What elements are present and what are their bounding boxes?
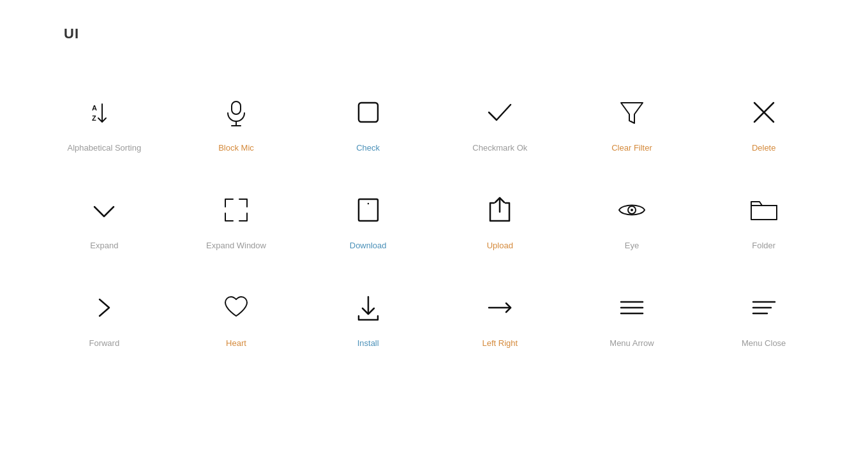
forward-label: Forward [89,338,119,348]
install-icon [349,289,387,327]
icon-cell-menu-arrow[interactable]: Menu Arrow [566,263,698,361]
clear-filter-label: Clear Filter [611,143,652,153]
icon-cell-check[interactable]: Check [302,68,434,165]
folder-icon [745,191,783,229]
folder-label: Folder [752,241,775,250]
svg-rect-6 [359,103,378,122]
icon-cell-left-right[interactable]: Left Right [434,263,566,361]
expand-icon [85,191,123,229]
icon-cell-checkmark-ok[interactable]: Checkmark Ok [434,68,566,165]
check-label: Check [356,143,380,153]
upload-label: Upload [487,241,513,250]
icon-grid: A Z Alphabetical Sorting Block Mic Check [0,55,868,373]
page-title: UI [0,0,868,55]
icon-cell-heart[interactable]: Heart [170,263,303,361]
upload-icon [481,191,519,229]
forward-icon [85,289,123,327]
expand-window-label: Expand Window [206,241,266,250]
delete-label: Delete [752,143,776,153]
block-mic-label: Block Mic [218,143,254,153]
checkmark-ok-icon [481,93,519,131]
icon-cell-clear-filter[interactable]: Clear Filter [566,68,698,165]
svg-rect-3 [232,101,241,114]
install-label: Install [357,338,379,348]
icon-cell-eye[interactable]: Eye [566,165,698,263]
alphabetical-sorting-icon: A Z [85,93,123,131]
icon-cell-alphabetical-sorting[interactable]: A Z Alphabetical Sorting [38,68,170,165]
alphabetical-sorting-label: Alphabetical Sorting [68,143,142,153]
icon-cell-install[interactable]: Install [302,263,434,361]
svg-marker-7 [621,103,643,123]
icon-cell-delete[interactable]: Delete [698,68,830,165]
icon-cell-menu-close[interactable]: Menu Close [698,263,830,361]
delete-icon [745,93,783,131]
clear-filter-icon [613,93,651,131]
block-mic-icon [217,93,255,131]
expand-window-icon [217,191,255,229]
icon-cell-folder[interactable]: Folder [698,165,830,263]
expand-label: Expand [90,241,118,250]
svg-rect-10 [359,199,378,221]
icon-cell-download[interactable]: Download [302,165,434,263]
heart-icon [217,289,255,327]
icon-cell-expand[interactable]: Expand [38,165,170,263]
icon-cell-expand-window[interactable]: Expand Window [170,165,303,263]
icon-cell-forward[interactable]: Forward [38,263,170,361]
checkmark-ok-label: Checkmark Ok [472,143,527,153]
left-right-icon [481,289,519,327]
menu-close-icon [745,289,783,327]
menu-arrow-icon [613,289,651,327]
svg-text:A: A [92,104,97,112]
menu-close-label: Menu Close [742,338,786,348]
icon-cell-block-mic[interactable]: Block Mic [170,68,303,165]
download-label: Download [350,241,387,250]
check-icon [349,93,387,131]
svg-text:Z: Z [92,114,96,122]
left-right-label: Left Right [483,338,518,348]
eye-icon [613,191,651,229]
download-icon [349,191,387,229]
menu-arrow-label: Menu Arrow [610,338,654,348]
heart-label: Heart [226,338,246,348]
icon-cell-upload[interactable]: Upload [434,165,566,263]
svg-point-14 [631,209,633,211]
eye-label: Eye [625,241,639,250]
